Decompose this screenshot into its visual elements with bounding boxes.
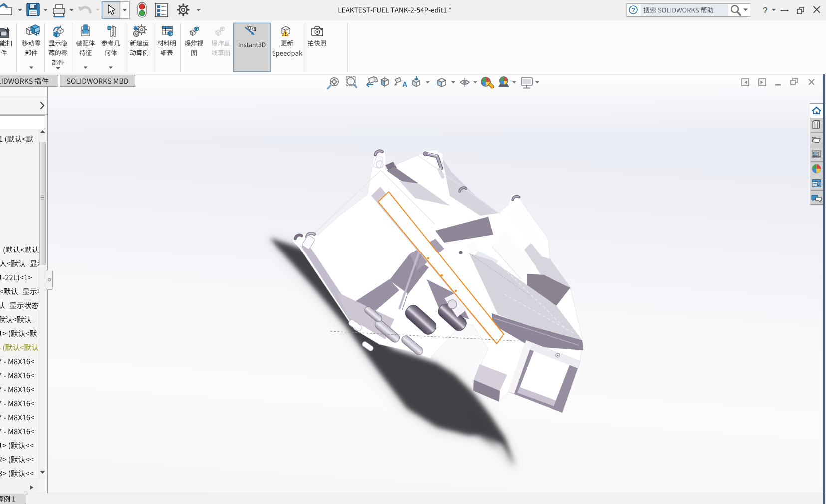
svg-text:?: ? — [763, 6, 767, 15]
svg-text:?: ? — [631, 7, 635, 14]
svg-text:A: A — [402, 80, 407, 88]
